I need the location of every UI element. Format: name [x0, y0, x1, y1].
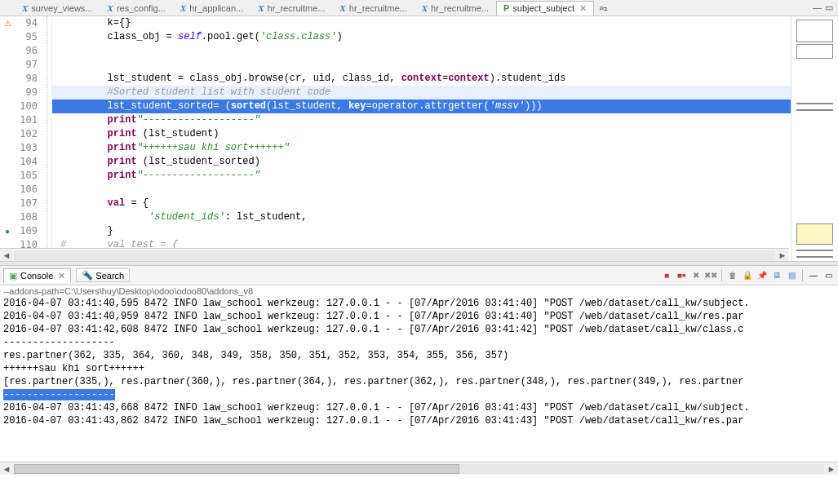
xml-file-icon: X	[180, 3, 186, 13]
overview-mark	[796, 250, 833, 251]
scroll-lock-button[interactable]: 🔒	[741, 269, 754, 282]
tab-label: res_config...	[117, 3, 166, 13]
tab-controls: — ▭	[813, 2, 838, 13]
tab-survey-views[interactable]: Xsurvey_views...	[15, 1, 100, 15]
minimize-view-icon[interactable]: —	[807, 269, 820, 282]
tab-label: hr_recruitme...	[349, 3, 407, 13]
scrollbar-thumb[interactable]	[14, 464, 459, 474]
overview-scroll-thumb[interactable]	[796, 223, 833, 245]
overview-segment	[796, 44, 833, 59]
clear-console-button[interactable]: 🗑	[726, 269, 739, 282]
tab-label: hr_recruitme...	[431, 3, 489, 13]
tab-label: survey_views...	[31, 3, 92, 13]
xml-file-icon: X	[422, 3, 428, 13]
scroll-left-icon[interactable]: ◄	[0, 250, 13, 260]
console-icon: ▣	[9, 271, 17, 281]
line-number-gutter: 9495969798991001011021031041051061071081…	[15, 16, 42, 261]
scrollbar-track[interactable]	[14, 464, 824, 474]
fold-gutter	[42, 16, 52, 261]
tab-hr-recruitme-3[interactable]: Xhr_recruitme...	[415, 1, 496, 15]
scroll-left-icon[interactable]: ◄	[0, 464, 13, 474]
maximize-icon[interactable]: ▭	[825, 2, 833, 13]
close-icon[interactable]: ✕	[579, 3, 587, 14]
python-file-icon: P	[503, 3, 509, 13]
tab-hr-applicant[interactable]: Xhr_applican...	[173, 1, 251, 15]
console-horizontal-scrollbar[interactable]: ◄ ►	[0, 462, 838, 475]
tab-res-config[interactable]: Xres_config...	[100, 1, 173, 15]
close-icon[interactable]: ✕	[58, 271, 65, 281]
tab-label: subject_subject	[512, 3, 574, 13]
scroll-right-icon[interactable]: ►	[825, 464, 838, 474]
search-view-button[interactable]: 🔦 Search	[76, 268, 130, 282]
flashlight-icon: 🔦	[82, 270, 93, 281]
button-label: Search	[95, 271, 124, 281]
remove-terminated-button[interactable]: ✖	[689, 269, 703, 282]
overview-mark	[796, 109, 833, 111]
display-selected-console-button[interactable]: 🖥	[770, 269, 783, 282]
bottom-views-tabs: ▣ Console ✕ 🔦 Search ■ ■■ ✖ ✖✖ 🗑 🔒 📌 🖥 ▤…	[0, 266, 838, 285]
tab-hr-recruitme-1[interactable]: Xhr_recruitme...	[251, 1, 332, 15]
tab-label: hr_recruitme...	[268, 3, 326, 13]
scrollbar-track[interactable]	[14, 250, 775, 260]
overview-mark	[796, 103, 833, 104]
xml-file-icon: X	[108, 3, 113, 13]
xml-file-icon: X	[22, 3, 28, 13]
tab-subject-subject[interactable]: Psubject_subject✕	[496, 1, 594, 15]
console-view: --addons-path=C:\Users\huy\Desktop\odoo\…	[0, 285, 838, 462]
overview-mark	[796, 256, 833, 258]
remove-all-terminated-button[interactable]: ✖✖	[704, 269, 717, 282]
xml-file-icon: X	[339, 3, 345, 13]
scroll-right-icon[interactable]: ►	[776, 250, 789, 260]
editor-horizontal-scrollbar[interactable]: ◄ ►	[0, 248, 789, 261]
terminate-button[interactable]: ■	[660, 269, 673, 282]
overview-segment	[796, 20, 833, 42]
console-toolbar: ■ ■■ ✖ ✖✖ 🗑 🔒 📌 🖥 ▤ — ▭	[660, 269, 835, 282]
open-console-button[interactable]: ▤	[785, 269, 798, 282]
marker-gutter: ⚠●	[0, 16, 15, 261]
terminate-all-button[interactable]: ■■	[675, 269, 688, 282]
console-output[interactable]: 2016-04-07 03:41:40,595 8472 INFO law_sc…	[0, 297, 838, 427]
pin-console-button[interactable]: 📌	[756, 269, 769, 282]
overview-ruler[interactable]	[791, 16, 838, 261]
tab-label: Console	[20, 271, 53, 281]
console-tab[interactable]: ▣ Console ✕	[3, 268, 71, 283]
maximize-view-icon[interactable]: ▭	[822, 269, 835, 282]
editor-pane: ⚠● 9495969798991001011021031041051061071…	[0, 16, 838, 261]
tab-hr-recruitme-2[interactable]: Xhr_recruitme...	[332, 1, 414, 15]
console-process-header: --addons-path=C:\Users\huy\Desktop\odoo\…	[0, 285, 838, 297]
xml-file-icon: X	[258, 3, 264, 13]
code-editor[interactable]: k={} class_obj = self.pool.get('class.cl…	[52, 16, 791, 261]
tab-label: hr_applican...	[189, 3, 243, 13]
editor-tabs: Xsurvey_views... Xres_config... Xhr_appl…	[0, 0, 838, 16]
tabs-overflow-button[interactable]: »₂	[599, 2, 607, 13]
minimize-icon[interactable]: —	[813, 2, 822, 13]
